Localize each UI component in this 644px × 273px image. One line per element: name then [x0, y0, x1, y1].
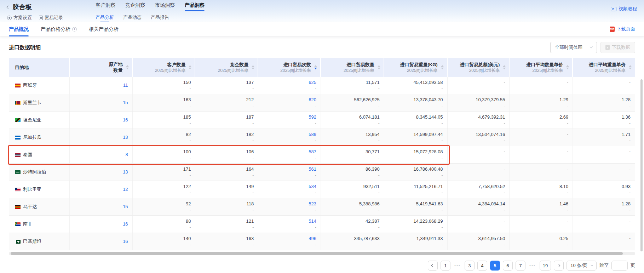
- horizontal-scrollbar-thumb[interactable]: [11, 252, 623, 255]
- cell-avg-weight-price: -: [573, 164, 635, 181]
- import-trade-count-value[interactable]: 625: [309, 79, 316, 86]
- time-range-select[interactable]: 全部时间范围: [550, 42, 597, 53]
- import-trade-weight-growth: -: [442, 190, 443, 196]
- sort-competitor-count[interactable]: [252, 65, 254, 69]
- origin-count-link[interactable]: 12: [123, 186, 128, 193]
- sub-nav-product-report[interactable]: 产品报告: [151, 14, 169, 21]
- sort-import-trade-quantity[interactable]: [378, 65, 380, 69]
- import-trade-count-value[interactable]: 620: [309, 97, 316, 103]
- main-nav-customer-insight[interactable]: 客户洞察: [96, 1, 115, 8]
- sort-import-trade-amount[interactable]: [503, 65, 506, 69]
- sub-nav-product-analysis[interactable]: 产品分析: [96, 14, 114, 21]
- vertical-scrollbar[interactable]: [640, 79, 643, 251]
- competitor-count-value: 182: [246, 131, 254, 138]
- excel-icon: [605, 45, 610, 50]
- import-trade-quantity-value: 11,571: [366, 79, 380, 86]
- main-nav-competitor-insight[interactable]: 竞企洞察: [125, 1, 145, 8]
- page-button-3[interactable]: 3: [465, 261, 475, 271]
- trade-records-link[interactable]: 贸易记录: [39, 15, 63, 21]
- sort-avg-quantity-price[interactable]: [566, 65, 569, 69]
- sort-origin-count[interactable]: [126, 65, 129, 69]
- column-header-customer-count[interactable]: 客户数量2025同比增长率: [133, 58, 196, 77]
- sort-desc-icon[interactable]: [566, 68, 569, 69]
- sort-avg-weight-price[interactable]: [629, 65, 632, 69]
- column-header-import-trade-weight[interactable]: 进口贸易重量(KG)2025同比增长率: [384, 58, 448, 77]
- page-button-5[interactable]: 5: [490, 261, 500, 271]
- origin-count-link[interactable]: 15: [123, 99, 128, 106]
- jump-page-input[interactable]: [611, 261, 628, 271]
- avg-quantity-price-growth: -: [567, 242, 568, 248]
- page-button-1[interactable]: 1: [441, 261, 450, 271]
- download-data-button[interactable]: 下载数据: [600, 42, 635, 53]
- sort-import-trade-count[interactable]: [314, 65, 317, 69]
- page-button-7[interactable]: 7: [516, 261, 525, 271]
- column-header-origin-count[interactable]: 原产地数量: [70, 58, 133, 77]
- sort-import-trade-weight[interactable]: [441, 65, 444, 69]
- import-trade-count-value[interactable]: 592: [309, 114, 316, 120]
- sort-desc-icon[interactable]: [503, 68, 506, 69]
- page-button-4[interactable]: 4: [477, 261, 487, 271]
- sort-asc-icon[interactable]: [378, 65, 380, 67]
- origin-count-link[interactable]: 16: [123, 238, 128, 245]
- import-trade-count-value[interactable]: 514: [309, 218, 316, 224]
- main-nav-product-insight[interactable]: 产品洞察: [185, 1, 205, 8]
- sub-nav-product-news[interactable]: 产品动态: [123, 14, 142, 21]
- column-header-import-trade-count[interactable]: 进口贸易次数2025同比增长率: [258, 58, 321, 77]
- import-trade-count-value[interactable]: 589: [309, 131, 316, 138]
- tab-product-price-analysis[interactable]: 产品价格分析: [41, 22, 77, 36]
- column-header-avg-quantity-price[interactable]: 进口平均数量单价2025同比增长率: [510, 58, 573, 77]
- cell-customer-count: 100-: [133, 146, 196, 163]
- origin-count-link[interactable]: 11: [123, 82, 128, 89]
- page-size-select[interactable]: 10 条/页: [567, 261, 597, 271]
- next-page-button[interactable]: [554, 261, 564, 271]
- video-tutorial-link[interactable]: 视频教程: [611, 6, 637, 12]
- column-header-competitor-count[interactable]: 竞企数量2025同比增长率: [195, 58, 258, 77]
- horizontal-scrollbar[interactable]: [9, 252, 635, 255]
- sort-desc-icon[interactable]: [629, 68, 632, 69]
- sort-asc-icon[interactable]: [189, 65, 191, 67]
- column-header-import-trade-quantity[interactable]: 进口贸易数量2025同比增长率: [321, 58, 384, 77]
- avg-weight-price-growth: -: [629, 218, 631, 224]
- sort-desc-icon[interactable]: [126, 68, 129, 69]
- sort-desc-icon[interactable]: [314, 68, 317, 69]
- main-nav-market-insight[interactable]: 市场洞察: [155, 1, 175, 8]
- back-icon[interactable]: [7, 5, 10, 9]
- sort-asc-icon[interactable]: [566, 65, 569, 67]
- origin-count-link[interactable]: 16: [123, 221, 128, 227]
- import-trade-count-value[interactable]: 561: [309, 166, 316, 172]
- import-trade-count-value[interactable]: 587: [309, 149, 316, 155]
- table-header: 目的地原产地数量客户数量2025同比增长率竞企数量2025同比增长率进口贸易次数…: [9, 58, 635, 77]
- origin-count-link[interactable]: 15: [123, 204, 128, 210]
- tab-product-overview[interactable]: 产品概况: [9, 22, 29, 36]
- sort-desc-icon[interactable]: [441, 68, 444, 69]
- origin-count-link[interactable]: 13: [123, 134, 128, 141]
- sort-asc-icon[interactable]: [314, 65, 317, 67]
- page-button-6[interactable]: 6: [503, 261, 513, 271]
- sort-desc-icon[interactable]: [189, 68, 191, 69]
- sort-desc-icon[interactable]: [252, 68, 254, 69]
- import-trade-count-value[interactable]: 496: [309, 235, 316, 242]
- table-row-sa: 沙特阿拉伯13171-164-561-86,390-16,786,400.48-…: [9, 164, 635, 181]
- sort-desc-icon[interactable]: [378, 68, 380, 69]
- origin-count-link[interactable]: 13: [123, 169, 128, 175]
- sort-asc-icon[interactable]: [629, 65, 632, 67]
- column-header-import-trade-amount[interactable]: 进口贸易总额(美元)2025同比增长率: [448, 58, 510, 77]
- prev-page-button[interactable]: [428, 261, 438, 271]
- import-trade-count-value[interactable]: 534: [309, 183, 316, 190]
- download-page-link[interactable]: 下载页面: [610, 26, 635, 32]
- import-trade-count-value[interactable]: 523: [309, 201, 316, 207]
- cell-destination: 斯里兰卡: [9, 94, 70, 111]
- sort-asc-icon[interactable]: [126, 65, 129, 67]
- sort-asc-icon[interactable]: [503, 65, 506, 67]
- origin-count-link[interactable]: 16: [123, 117, 128, 123]
- tab-related-product-analysis[interactable]: 相关产品分析: [89, 22, 119, 36]
- sort-asc-icon[interactable]: [441, 65, 444, 67]
- page-tab-bar: 产品概况产品价格分析相关产品分析 下载页面: [0, 22, 644, 36]
- plan-settings-link[interactable]: 方案设置: [7, 15, 32, 21]
- sort-customer-count[interactable]: [189, 65, 191, 69]
- origin-count-link[interactable]: 8: [125, 152, 128, 158]
- sort-asc-icon[interactable]: [252, 65, 254, 67]
- page-button-19[interactable]: 19: [540, 261, 551, 271]
- import-trade-quantity-value: 13,954: [366, 131, 380, 138]
- column-header-avg-weight-price[interactable]: 进口平均重量单价2025同比增长率: [573, 58, 635, 77]
